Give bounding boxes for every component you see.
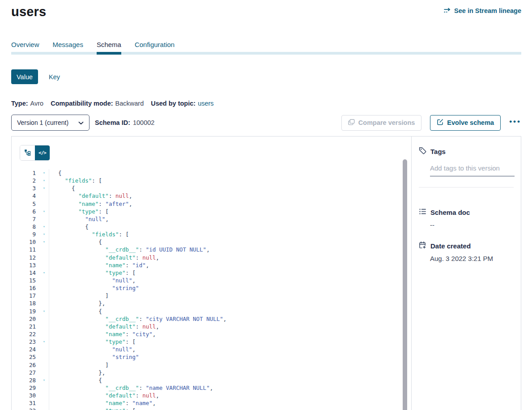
code-text: "__crdb__": "id UUID NOT NULL", <box>49 246 411 253</box>
tab-bar: Overview Messages Schema Configuration <box>11 41 521 55</box>
version-actions: Compare versions Evolve schema ••• <box>341 115 521 131</box>
code-line: 29 "__crdb__": "name VARCHAR NULL", <box>20 384 411 392</box>
line-number: 16 <box>20 284 39 292</box>
code-line: 16 "string" <box>20 284 411 292</box>
tab-schema[interactable]: Schema <box>97 41 121 55</box>
code-line: 28▾ { <box>20 376 411 384</box>
tab-configuration[interactable]: Configuration <box>135 41 174 55</box>
scrollbar[interactable] <box>403 159 407 410</box>
arrow-spacer <box>39 353 49 361</box>
code-line: 25 "string" <box>20 353 411 361</box>
line-number: 7 <box>20 215 39 223</box>
date-created-section: Date created Aug. 3 2022 3:21 PM <box>419 241 514 262</box>
value-button[interactable]: Value <box>11 69 38 84</box>
schema-doc-section: Schema doc -- <box>419 208 514 229</box>
code-line: 4 "default": null, <box>20 192 411 200</box>
stream-lineage-link[interactable]: See in Stream lineage <box>443 7 521 14</box>
line-number: 21 <box>20 323 39 330</box>
version-select[interactable]: Version 1 (current) <box>11 115 89 131</box>
collapse-arrow-icon[interactable]: ▾ <box>39 308 49 315</box>
arrow-spacer <box>39 200 49 208</box>
code-icon: </> <box>38 150 46 156</box>
arrow-spacer <box>39 299 49 307</box>
line-number: 17 <box>20 292 39 299</box>
collapse-arrow-icon[interactable]: ▾ <box>39 376 49 384</box>
collapse-arrow-icon[interactable]: ▾ <box>39 269 49 277</box>
code-line: 24 "null", <box>20 346 411 353</box>
topic-link[interactable]: users <box>198 100 213 107</box>
collapse-arrow-icon[interactable]: ▾ <box>39 177 49 184</box>
meta-type: Type: Avro <box>11 100 43 107</box>
schema-panel: </> 1▾{2▾ "fields": [3▾ {4 "default": nu… <box>11 136 521 410</box>
code-text: "default": null, <box>49 392 411 399</box>
tab-overview[interactable]: Overview <box>11 41 39 55</box>
compare-versions-button[interactable]: Compare versions <box>341 115 422 131</box>
arrow-spacer <box>39 384 49 392</box>
add-tags-input[interactable] <box>430 164 515 176</box>
collapse-arrow-icon[interactable]: ▾ <box>39 169 49 177</box>
sidebar-divider <box>419 187 514 188</box>
tab-messages[interactable]: Messages <box>53 41 83 55</box>
code-view-button[interactable]: </> <box>35 145 50 160</box>
line-number: 20 <box>20 315 39 323</box>
key-button[interactable]: Key <box>49 73 60 81</box>
code-line: 30 "default": null, <box>20 392 411 399</box>
code-line: 26 ] <box>20 361 411 369</box>
code-text: "null", <box>49 277 411 284</box>
code-text: }, <box>49 299 411 307</box>
code-lines: 1▾{2▾ "fields": [3▾ {4 "default": null,5… <box>20 169 411 410</box>
collapse-arrow-icon[interactable]: ▾ <box>39 184 49 192</box>
collapse-arrow-icon[interactable]: ▾ <box>39 231 49 238</box>
line-number: 8 <box>20 223 39 231</box>
code-line: 12 "default": null, <box>20 254 411 261</box>
more-options-button[interactable]: ••• <box>509 118 521 128</box>
arrow-spacer <box>39 277 49 284</box>
collapse-arrow-icon[interactable]: ▾ <box>39 223 49 231</box>
code-line: 21 "default": null, <box>20 323 411 330</box>
evolve-schema-button[interactable]: Evolve schema <box>430 115 501 131</box>
line-number: 29 <box>20 384 39 392</box>
tree-view-button[interactable] <box>20 145 35 160</box>
code-text: "string" <box>49 284 411 292</box>
code-line: 2▾ "fields": [ <box>20 177 411 184</box>
code-text: "__crdb__": "name VARCHAR NULL", <box>49 384 411 392</box>
code-text: "null", <box>49 346 411 353</box>
version-toolbar: Version 1 (current) Schema ID: 100002 Co… <box>11 115 521 131</box>
code-line: 22 "name": "city", <box>20 330 411 338</box>
meta-compatibility: Compatibility mode: Backward <box>51 100 144 107</box>
list-icon <box>419 208 426 217</box>
arrow-spacer <box>39 284 49 292</box>
collapse-arrow-icon[interactable]: ▾ <box>39 238 49 246</box>
date-created-header: Date created <box>419 241 514 250</box>
edit-icon <box>437 119 443 127</box>
code-text: { <box>49 238 411 246</box>
arrow-spacer <box>39 399 49 407</box>
arrow-spacer <box>39 254 49 261</box>
code-line: 18 }, <box>20 299 411 307</box>
code-line: 19▾ { <box>20 308 411 315</box>
code-text: "fields": [ <box>49 231 411 238</box>
collapse-arrow-icon[interactable]: ▾ <box>39 208 49 215</box>
code-text: "null", <box>49 215 411 223</box>
line-number: 24 <box>20 346 39 353</box>
arrow-spacer <box>39 323 49 330</box>
line-number: 11 <box>20 246 39 253</box>
line-number: 13 <box>20 261 39 269</box>
schema-sidebar: Tags Schema doc <box>411 137 521 410</box>
tags-header: Tags <box>419 147 514 156</box>
code-text: ] <box>49 292 411 299</box>
code-line: 11 "__crdb__": "id UUID NOT NULL", <box>20 246 411 253</box>
arrow-spacer <box>39 246 49 253</box>
line-number: 12 <box>20 254 39 261</box>
meta-used-by-topic: Used by topic: users <box>151 100 213 107</box>
arrow-spacer <box>39 192 49 200</box>
code-text: { <box>49 308 411 315</box>
code-text: "default": null, <box>49 192 411 200</box>
collapse-arrow-icon[interactable]: ▾ <box>39 338 49 346</box>
line-number: 30 <box>20 392 39 399</box>
schema-meta-row: Type: Avro Compatibility mode: Backward … <box>11 100 521 107</box>
code-line: 23▾ "type": [ <box>20 338 411 346</box>
line-number: 18 <box>20 299 39 307</box>
collapse-arrow-icon[interactable]: ▾ <box>39 407 49 410</box>
line-number: 25 <box>20 353 39 361</box>
